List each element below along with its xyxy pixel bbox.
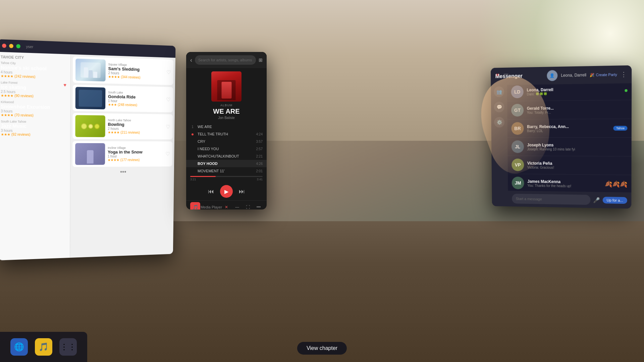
party-icon: 🎉 xyxy=(590,73,594,77)
total-time: 3:41 xyxy=(257,178,263,181)
activity-card[interactable]: North Lake Tahoe Bowling 2 hours ★★★★ (2… xyxy=(72,113,173,139)
browser-right-panel: Squaw Village Sam's Sledding 2 hours ★★★… xyxy=(70,54,175,258)
footer-label: Media Player xyxy=(200,205,222,209)
more-button[interactable]: ••• xyxy=(255,203,263,209)
activity-info: Incline Village Yoga in the Snow 1 hour … xyxy=(108,146,163,162)
track-item[interactable]: WHATCHUTALKINBOUT 2:21 xyxy=(186,153,267,160)
close-dot[interactable] xyxy=(2,44,6,48)
heart-icon[interactable]: ♡ xyxy=(166,97,170,103)
activity-info: South Lake Gondola Ride 1 hour ★★★ (248 … xyxy=(108,90,164,107)
messenger-window: ✕ — Messenger 👤 Leona, Darrell 🎉 Create … xyxy=(491,65,632,209)
track-item[interactable]: 1 WE ARE xyxy=(186,123,267,130)
min-dot[interactable] xyxy=(9,44,13,48)
filter-icon[interactable]: ⊞ xyxy=(259,57,263,63)
avatar: BR xyxy=(511,122,524,135)
activity-thumbnail xyxy=(75,115,105,137)
location-heading: Tahoe City xyxy=(1,55,68,61)
mp-search-bar[interactable]: Search for artists, songs, albums xyxy=(195,55,256,65)
track-item[interactable]: BOY HOOD 4:26 xyxy=(186,160,267,167)
next-button[interactable]: ⏭ xyxy=(239,188,245,195)
conversation-list: LD Leona, Darrell Dani: 🍀🍀🍀 GT Gerald To… xyxy=(507,81,632,192)
avatar: VP xyxy=(512,159,524,171)
conversation-info: Leona, Darrell Dani: 🍀🍀🍀 xyxy=(527,86,621,96)
list-item[interactable]: South Lake Tahoe Jazz Music 3 hours ★★★ … xyxy=(1,120,67,137)
playback-controls: ⏮ ▶ ⏭ xyxy=(186,182,267,200)
header-name: Leona, Darrell xyxy=(561,73,586,78)
people-icon[interactable]: 👥 xyxy=(494,86,504,97)
activity-card[interactable]: Incline Village Yoga in the Snow 1 hour … xyxy=(72,141,172,167)
message-input-bar: Start a message 🎤 Up for a... xyxy=(508,191,631,209)
activity-card[interactable]: Squaw Village Sam's Sledding 2 hours ★★★… xyxy=(73,56,173,85)
progress-bar[interactable]: 3:21 3:41 xyxy=(186,176,267,182)
activity-info: Squaw Village Sam's Sledding 2 hours ★★★… xyxy=(108,63,164,80)
view-chapter-tooltip[interactable]: View chapter xyxy=(297,342,347,355)
activity-thumbnail xyxy=(75,143,105,165)
window-controls: ✕ — xyxy=(494,71,508,79)
conversation-item[interactable]: LD Leona, Darrell Dani: 🍀🍀🍀 xyxy=(507,81,632,101)
heart-icon[interactable]: ♡ xyxy=(165,151,170,157)
avatar: JL xyxy=(512,140,524,153)
more-button[interactable]: ••• xyxy=(72,168,172,176)
conversation-item[interactable]: VP Victoria Peña Victoria: Gracious! xyxy=(508,156,632,175)
track-item[interactable]: TELL THE TRUTH 4:24 xyxy=(186,130,267,138)
close-button[interactable]: ✕ xyxy=(222,203,230,209)
minimize-button[interactable]: — xyxy=(504,71,508,78)
minimize-button[interactable]: — xyxy=(233,203,241,209)
max-dot[interactable] xyxy=(16,44,20,48)
conversation-info: Gerald Torre... You: Totally. Fr... xyxy=(527,105,628,114)
activity-card[interactable]: South Lake Gondola Ride 1 hour ★★★ (248 … xyxy=(73,85,173,112)
browser-window: yser Tahoe City Tahoe City Nonnie's ski … xyxy=(0,39,175,260)
conversation-item[interactable]: JL Joseph Lyons Joseph: Running 10 mins … xyxy=(507,138,632,157)
browser-taskbar-icon[interactable]: 🌐 xyxy=(10,338,28,356)
close-button[interactable]: ✕ xyxy=(494,71,501,78)
expand-button[interactable]: ⛶ xyxy=(244,203,252,209)
back-button[interactable]: ‹ xyxy=(190,57,192,64)
track-item[interactable]: CRY 3:57 xyxy=(186,138,267,145)
heart-icon[interactable]: ♡ xyxy=(166,124,170,130)
apps-taskbar-icon[interactable]: ⋮⋮ xyxy=(59,338,77,356)
list-item[interactable]: Kirkwood Snowshoe Excursion 3 hours ★★★★… xyxy=(1,100,67,118)
music-icon: 🎵 xyxy=(39,342,49,352)
heart-icon[interactable]: ♡ xyxy=(166,69,171,75)
avatar: GT xyxy=(511,104,524,117)
settings-icon[interactable]: ⚙️ xyxy=(494,117,504,128)
track-item[interactable]: I NEED YOU 2:57 xyxy=(186,145,267,153)
window-controls: ✕ — ⛶ ••• xyxy=(222,203,263,209)
conversation-info: Victoria Peña Victoria: Gracious! xyxy=(527,161,627,170)
conversation-item[interactable]: JM James MacKenna You: Thanks for the he… xyxy=(508,174,632,192)
current-time: 3:21 xyxy=(190,178,196,181)
conversation-info: James MacKenna You: Thanks for the heads… xyxy=(527,179,601,188)
taskbar: 🌐 🎵 ⋮⋮ xyxy=(0,332,87,362)
play-button[interactable]: ▶ xyxy=(220,185,233,198)
more-menu-button[interactable]: ⋮ xyxy=(621,71,627,78)
mic-button[interactable]: 🎤 xyxy=(593,197,600,203)
messenger-sidebar: 👥 💬 ⚙️ xyxy=(491,83,508,206)
mp-footer: 🎵 Media Player ✕ — ⛶ ••• xyxy=(186,200,267,209)
media-icon: 🎵 xyxy=(190,202,200,209)
up-button[interactable]: Up for a... xyxy=(602,197,627,204)
activity-thumbnail xyxy=(75,59,106,81)
conversation-item[interactable]: BR Barry, Rebecca, Ann... Barry: LOL Tah… xyxy=(507,119,632,138)
album-art xyxy=(211,71,241,102)
music-taskbar-icon[interactable]: 🎵 xyxy=(35,338,52,356)
conversation-item[interactable]: GT Gerald Torre... You: Totally. Fr... xyxy=(507,100,632,120)
album-title: WE ARE xyxy=(186,107,267,116)
grid-icon: ⋮⋮ xyxy=(60,342,76,352)
chat-icon[interactable]: 💬 xyxy=(494,102,504,112)
view-chapter-label: View chapter xyxy=(307,345,337,351)
album-artist: Jon Batiste xyxy=(186,116,267,122)
track-list: 1 WE ARE TELL THE TRUTH 4:24 CRY 3:57 I … xyxy=(186,122,267,176)
heart-icon[interactable]: ♥ xyxy=(63,82,66,88)
online-indicator xyxy=(625,89,627,92)
message-input[interactable]: Start a message xyxy=(512,194,590,205)
create-party-button[interactable]: 🎉 Create Party xyxy=(590,72,617,77)
list-item[interactable]: Lake Forest Ice skating 2.5 hours ★★★★ (… xyxy=(1,81,68,99)
list-item[interactable]: Tahoe City Nonnie's ski school 4 hours ★… xyxy=(1,61,68,79)
track-item[interactable]: MOVEMENT 11' 2:01 xyxy=(186,167,267,175)
browser-url: yser xyxy=(26,45,34,49)
activity-thumbnail xyxy=(75,87,106,109)
activity-info: North Lake Tahoe Bowling 2 hours ★★★★ (2… xyxy=(108,118,163,134)
prev-button[interactable]: ⏮ xyxy=(208,188,214,195)
conversation-info: Joseph Lyons Joseph: Running 10 mins lat… xyxy=(527,142,628,151)
avatar: JM xyxy=(512,177,524,189)
